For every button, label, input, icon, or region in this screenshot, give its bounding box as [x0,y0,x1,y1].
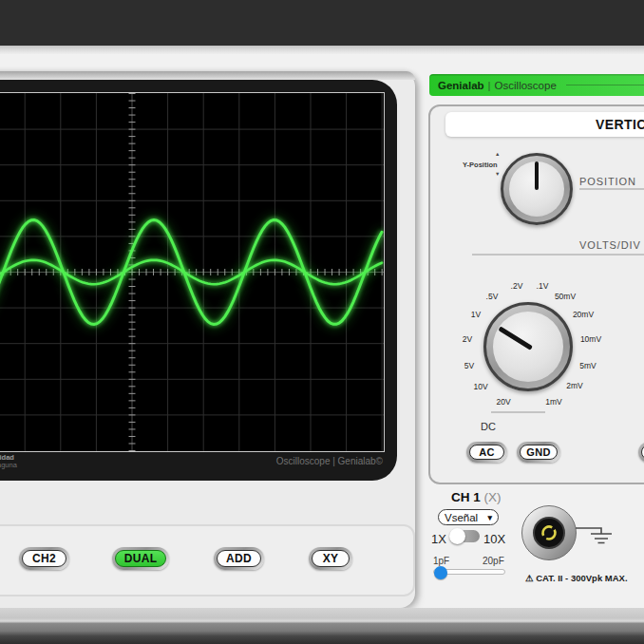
app-header-bar: Genialab | Oscilloscope [429,74,644,96]
y-position-knob-rotor [503,156,570,222]
volts-div-knob[interactable] [483,302,573,391]
brand-logo-text: Genialab [438,80,484,91]
coupling-rule [491,411,545,413]
header-title: Oscilloscope [495,80,557,91]
ch1-heading: CH 1 (X) [451,490,502,504]
mode-button-ch2-label: CH2 [22,550,66,567]
coupling-button-ac-label: AC [469,445,504,460]
scope-bezel: Universidad de La Laguna Oscilloscope | … [0,80,397,481]
ch1-axis-tag: (X) [484,490,502,504]
coupling-button-ac[interactable]: AC [466,442,507,463]
header-separator: | [488,80,491,91]
volts-scale-20mV: 20mV [573,310,594,319]
volts-scale-1mV: 1mV [545,397,561,407]
volts-scale-.1V: .1V [537,281,549,291]
coupling-button-gnd-label: GND [520,445,558,460]
probe-1x-label: 1X [431,532,446,546]
scope-screen [0,92,385,452]
coupling-mode-readout: DC [481,421,496,432]
bottom-gradient-strip [0,608,644,644]
card-top-band [0,71,415,80]
volts-scale-2mV: 2mV [566,381,582,390]
university-watermark: Universidad de La Laguna [0,454,17,469]
signal-select-value: Vseñal [445,512,478,523]
chevron-down-icon: ▾ [487,513,492,522]
cat-rating-warning: ⚠ CAT. II - 300Vpk MAX. [525,573,628,583]
top-dark-bar [0,0,644,46]
signal-select[interactable]: Vseñal ▾ [438,509,499,525]
mode-button-xy[interactable]: XY [309,547,352,570]
volts-scale-1V: 1V [471,310,481,319]
mode-button-add-label: ADD [217,550,261,567]
position-rule [579,188,644,190]
vertical-title: VERTICAL [596,112,644,137]
y-position-knob[interactable] [501,153,573,225]
volts-div-rule [472,254,644,256]
mode-button-add[interactable]: ADD [214,547,264,570]
ch1-title: CH 1 [451,490,481,504]
ground-icon [570,521,617,547]
volts-scale-5mV: 5mV [579,361,596,370]
bnc-connector[interactable] [521,505,577,560]
university-line2: de La Laguna [0,461,17,469]
capacitance-slider[interactable] [433,569,505,575]
position-label: POSITION [579,176,635,187]
volts-scale-10V: 10V [473,382,487,391]
bnc-contact-icon [535,519,563,547]
cap-min-label: 1pF [433,556,449,566]
volts-div-label: VOLTS/DIV [579,239,638,251]
cap-max-label: 20pF [483,556,504,566]
top-gradient-strip [0,46,644,54]
mode-button-xy-label: XY [312,550,350,567]
mode-button-ch2[interactable]: CH2 [19,547,69,570]
mode-button-dual-label: DUAL [115,550,166,567]
volts-scale-.2V: .2V [511,281,523,291]
coupling-button-gnd[interactable]: GND [517,442,560,463]
bnc-center [533,517,565,549]
probe-10x-label: 10X [483,532,505,546]
waveform-svg [0,93,384,451]
mode-button-dual[interactable]: DUAL [112,547,169,570]
scope-brand-watermark: Oscilloscope | Genialab© [276,456,383,466]
volts-scale-5V: 5V [464,361,474,370]
volts-scale-.5V: .5V [486,292,499,301]
capacitance-slider-thumb[interactable] [434,566,447,579]
volts-scale-2V: 2V [463,334,472,344]
probe-attenuation-toggle[interactable] [451,530,480,542]
volts-scale-50mV: 50mV [555,292,576,301]
oscilloscope-app: Universidad de La Laguna Oscilloscope | … [0,0,644,644]
y-position-label: Y-Position [463,161,498,169]
y-position-down-arrow[interactable]: ▼ [495,172,500,177]
toggle-knob [449,528,465,544]
volts-scale-20V: 20V [496,397,510,407]
header-rule-line [566,85,644,86]
volts-div-knob-pointer [498,327,532,350]
y-position-knob-pointer [535,161,539,190]
vertical-title-box: VERTICAL [445,112,644,137]
y-position-up-arrow[interactable]: ▲ [495,152,500,157]
